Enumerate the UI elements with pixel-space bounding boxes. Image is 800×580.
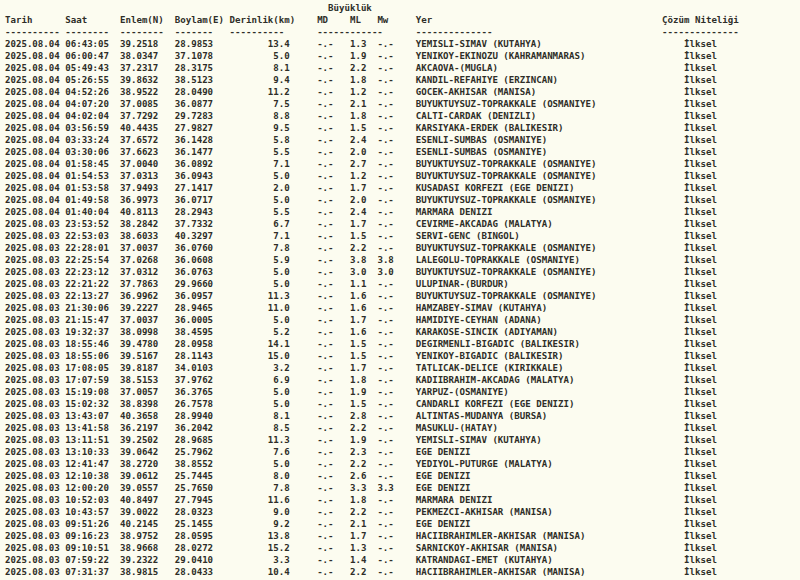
cell-longitude: 36.3765 [175,387,213,397]
cell-depth: 8.1 [273,411,289,421]
cell-date: 2025.08.03 [5,495,60,505]
cell-depth: 5.0 [273,171,289,181]
cell-location: EGE DENIZI [416,447,471,457]
cell-latitude: 37.0312 [120,267,158,277]
cell-ml: 1.1 [350,279,366,289]
cell-latitude: 37.6572 [120,135,158,145]
cell-depth: 5.0 [273,195,289,205]
cell-time: 21:30:06 [65,303,109,313]
cell-md: -.- [317,207,333,217]
cell-time: 22:25:54 [65,255,109,265]
cell-longitude: 37.1078 [175,51,213,61]
earthquake-row: 2025.08.04 04:02:04 37.7292 29.7283 8.8 … [5,110,800,122]
cell-quality: İlksel [684,399,717,409]
cell-time: 04:02:04 [65,111,109,121]
cell-longitude: 36.0763 [175,267,213,277]
earthquake-row: 2025.08.03 12:00:20 39.0557 25.7650 7.8 … [5,482,800,494]
cell-depth: 11.6 [268,495,290,505]
cell-depth: 5.9 [273,255,289,265]
cell-md: -.- [317,99,333,109]
cell-ml: 1.7 [350,219,366,229]
cell-quality: İlksel [684,231,717,241]
cell-quality: İlksel [684,75,717,85]
cell-time: 13:41:58 [65,423,109,433]
cell-time: 15:02:32 [65,399,109,409]
cell-longitude: 34.0103 [175,363,213,373]
cell-longitude: 28.0595 [175,531,213,541]
earthquake-row: 2025.08.03 07:31:37 38.9815 28.0433 10.4… [5,566,800,578]
cell-depth: 15.0 [268,351,290,361]
cell-date: 2025.08.03 [5,567,60,577]
cell-latitude: 38.9668 [120,543,158,553]
cell-location: YEMISLI-SIMAV (KUTAHYA) [416,39,542,49]
cell-depth: 8.8 [273,111,289,121]
cell-location: HACIIBRAHIMLER-AKHISAR (MANISA) [416,567,586,577]
cell-md: -.- [317,447,333,457]
cell-md: -.- [317,495,333,505]
cell-ml: 2.2 [350,567,366,577]
cell-time: 21:15:47 [65,315,109,325]
cell-date: 2025.08.03 [5,435,60,445]
cell-md: -.- [317,327,333,337]
cell-mw: -.- [377,387,393,397]
cell-md: -.- [317,471,333,481]
cell-location: MARMARA DENIZI [416,207,493,217]
cell-latitude: 39.0557 [120,483,158,493]
cell-mw: -.- [377,519,393,529]
cell-location: MASUKLU-(HATAY) [416,423,498,433]
cell-mw: -.- [377,51,393,61]
cell-longitude: 36.0717 [175,195,213,205]
cell-time: 01:40:04 [65,207,109,217]
earthquake-row: 2025.08.04 06:43:05 39.2518 28.9853 13.4… [5,38,800,50]
cell-latitude: 37.9493 [120,183,158,193]
cell-date: 2025.08.03 [5,363,60,373]
cell-depth: 7.8 [273,483,289,493]
cell-mw: -.- [377,63,393,73]
earthquake-row: 2025.08.03 21:30:06 39.2227 28.9465 11.0… [5,302,800,314]
cell-date: 2025.08.03 [5,339,60,349]
earthquake-row: 2025.08.03 18:55:06 39.5167 28.1143 15.0… [5,350,800,362]
cell-latitude: 38.2720 [120,459,158,469]
cell-md: -.- [317,363,333,373]
cell-time: 13:11:51 [65,435,109,445]
cell-md: -.- [317,351,333,361]
cell-md: -.- [317,219,333,229]
cell-quality: İlksel [684,507,717,517]
earthquake-row: 2025.08.03 13:10:33 39.0642 25.7962 7.6 … [5,446,800,458]
cell-longitude: 40.3297 [175,231,213,241]
cell-latitude: 40.8113 [120,207,158,217]
cell-time: 12:41:47 [65,459,109,469]
cell-time: 01:49:58 [65,195,109,205]
cell-ml: 1.5 [350,351,366,361]
cell-longitude: 36.0877 [175,99,213,109]
cell-depth: 3.2 [273,363,289,373]
cell-longitude: 36.0608 [175,255,213,265]
cell-time: 09:16:23 [65,531,109,541]
cell-latitude: 38.5153 [120,375,158,385]
cell-latitude: 39.8187 [120,363,158,373]
cell-ml: 1.7 [350,363,366,373]
cell-latitude: 38.2842 [120,219,158,229]
cell-date: 2025.08.03 [5,267,60,277]
cell-ml: 1.6 [350,291,366,301]
cell-location: ESENLI-SUMBAS (OSMANIYE) [416,135,547,145]
cell-date: 2025.08.03 [5,519,60,529]
cell-location: CANDARLI KORFEZI (EGE DENIZI) [416,399,575,409]
cell-mw: 3.0 [377,267,393,277]
cell-depth: 8.5 [273,423,289,433]
cell-longitude: 25.1455 [175,519,213,529]
cell-depth: 2.0 [273,183,289,193]
cell-quality: İlksel [684,411,717,421]
cell-time: 17:07:59 [65,375,109,385]
cell-location: HAMZABEY-SIMAV (KUTAHYA) [416,303,547,313]
cell-time: 01:58:45 [65,159,109,169]
cell-longitude: 29.0410 [175,555,213,565]
cell-longitude: 28.9853 [175,39,213,49]
cell-depth: 5.5 [273,147,289,157]
cell-quality: İlksel [684,195,717,205]
earthquake-row: 2025.08.03 22:28:01 37.0037 36.0760 7.8 … [5,242,800,254]
cell-mw: 3.3 [377,483,393,493]
cell-depth: 5.5 [273,207,289,217]
cell-date: 2025.08.03 [5,219,60,229]
cell-depth: 5.0 [273,315,289,325]
